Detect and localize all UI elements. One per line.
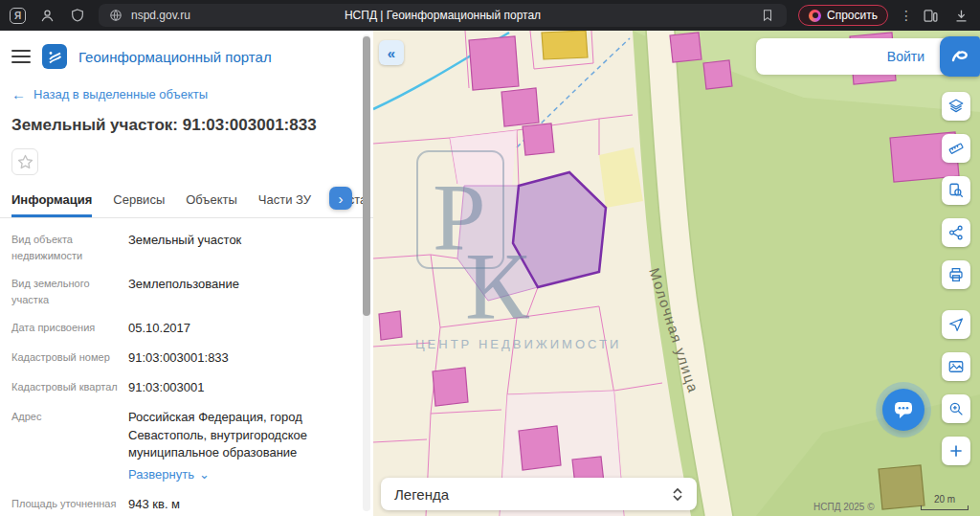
minimap-icon xyxy=(947,358,965,375)
field-label: Вид земельного участка xyxy=(11,276,128,308)
ruler-icon xyxy=(947,140,965,157)
field-label: Дата присвоения xyxy=(11,320,128,338)
site-info-icon[interactable] xyxy=(108,8,123,23)
attributes-list: Вид объекта недвижимости Земельный участ… xyxy=(0,218,373,514)
cadastral-map[interactable]: Молочная улица Р К ЦЕНТР НЕДВИЖИМОСТИ xyxy=(373,31,980,516)
zoom-box-button[interactable] xyxy=(942,394,970,423)
layers-icon xyxy=(947,98,965,115)
field-value: Землепользование xyxy=(128,276,239,308)
more-menu-icon[interactable]: ⋮ xyxy=(900,8,909,23)
olive-building xyxy=(879,465,924,509)
browser-toolbar: Я nspd.gov.ru НСПД | Геоинформационный п… xyxy=(0,0,980,31)
field-value: 91:03:003001 xyxy=(128,379,205,397)
field-label: Адрес xyxy=(11,409,128,484)
yandex-browser-icon[interactable]: Я xyxy=(10,8,26,24)
field-value: 05.10.2017 xyxy=(128,320,190,338)
field-row: Кадастровый квартал 91:03:003001 xyxy=(11,379,362,397)
tab-objects[interactable]: Объекты xyxy=(186,192,237,217)
back-arrow-icon: ← xyxy=(11,86,26,102)
field-label: Вид объекта недвижимости xyxy=(11,232,128,264)
field-value: 91:03:003001:833 xyxy=(128,349,229,368)
map-tools-group-1 xyxy=(942,92,970,289)
legend-label: Легенда xyxy=(394,486,449,503)
field-label: Кадастровый номер xyxy=(11,349,128,368)
tab-scroll-button[interactable]: › xyxy=(329,187,352,210)
field-row: Вид земельного участка Землепользование xyxy=(11,276,362,308)
portal-header: Геоинформационный портал xyxy=(0,31,373,77)
chevron-right-icon: › xyxy=(339,191,344,207)
tab-title: НСПД | Геоинформационный портал xyxy=(99,9,787,22)
ask-button-label: Спросить xyxy=(827,9,878,22)
field-value: Земельный участок xyxy=(128,232,241,264)
ask-neuro-button[interactable]: Спросить xyxy=(798,5,888,26)
tab-information[interactable]: Информация xyxy=(11,192,92,217)
security-shield-icon[interactable] xyxy=(68,6,87,25)
chevron-down-icon: ⌄ xyxy=(199,466,210,484)
favorite-button[interactable] xyxy=(11,148,38,175)
document-search-icon xyxy=(947,182,965,199)
profile-icon[interactable] xyxy=(37,6,56,25)
address-bar[interactable]: nspd.gov.ru НСПД | Геоинформационный пор… xyxy=(99,4,787,27)
back-link[interactable]: ← Назад в выделенные объекты xyxy=(0,77,373,102)
tabs-panel-icon[interactable] xyxy=(921,6,940,25)
share-icon xyxy=(947,224,965,241)
address-value: Российская Федерация, город Севастополь,… xyxy=(128,410,307,460)
legend-toggle[interactable] xyxy=(672,487,683,502)
back-link-label: Назад в выделенные объекты xyxy=(33,87,208,101)
assistant-swoosh-icon xyxy=(948,45,971,68)
downloads-icon[interactable] xyxy=(951,6,970,25)
yellow-building xyxy=(542,31,588,59)
tab-services[interactable]: Сервисы xyxy=(113,192,165,217)
watermark-caption: ЦЕНТР НЕДВИЖИМОСТИ xyxy=(415,337,621,351)
map-attribution: НСПД 2025 © xyxy=(813,502,875,512)
nspd-logo-icon[interactable] xyxy=(42,44,67,69)
scrollbar-thumb[interactable] xyxy=(363,36,370,316)
layers-button[interactable] xyxy=(942,92,970,121)
object-search-button[interactable] xyxy=(942,176,970,205)
map-area: Молочная улица Р К ЦЕНТР НЕДВИЖИМОСТИ « … xyxy=(373,31,980,516)
login-button[interactable]: Войти xyxy=(887,49,924,64)
scale-bar: 20 m xyxy=(921,494,969,510)
zoom-in-button[interactable] xyxy=(942,437,970,465)
scale-line xyxy=(921,505,969,510)
measure-button[interactable] xyxy=(942,134,970,163)
plus-icon xyxy=(947,442,965,460)
expand-address-link[interactable]: Развернуть ⌄ xyxy=(128,466,210,484)
field-value: Российская Федерация, город Севастополь,… xyxy=(128,409,362,484)
star-icon xyxy=(17,154,33,170)
collapse-panel-button[interactable]: « xyxy=(379,40,404,65)
print-button[interactable] xyxy=(942,260,970,289)
locate-button[interactable] xyxy=(942,310,970,339)
scale-label: 20 m xyxy=(921,494,969,505)
object-info-panel: Геоинформационный портал ← Назад в выдел… xyxy=(0,31,373,516)
menu-icon[interactable] xyxy=(11,50,31,63)
page-title: Земельный участок: 91:03:003001:833 xyxy=(0,102,373,135)
field-label: Кадастровый квартал xyxy=(11,379,128,397)
expand-link-label: Развернуть xyxy=(128,466,194,484)
assistant-button[interactable] xyxy=(940,36,980,77)
map-tools-group-2 xyxy=(942,310,970,423)
field-row: Кадастровый номер 91:03:003001:833 xyxy=(11,349,362,368)
field-row: Адрес Российская Федерация, город Севаст… xyxy=(11,409,362,484)
legend-bar[interactable]: Легенда xyxy=(381,478,697,510)
url-text[interactable]: nspd.gov.ru xyxy=(131,9,190,22)
tab-parcel-parts[interactable]: Части ЗУ xyxy=(258,192,311,217)
field-row: Площадь уточненная 943 кв. м xyxy=(11,496,362,514)
neuro-logo-icon xyxy=(809,10,821,22)
field-label: Площадь уточненная xyxy=(11,496,128,514)
watermark-letter-k: К xyxy=(465,233,530,339)
chat-button[interactable] xyxy=(882,389,924,431)
field-value: 943 кв. м xyxy=(128,496,180,514)
double-chevron-left-icon: « xyxy=(388,45,395,61)
field-row: Вид объекта недвижимости Земельный участ… xyxy=(11,232,362,264)
panel-scrollbar[interactable] xyxy=(363,34,370,511)
chat-bubble-icon xyxy=(892,398,915,421)
chevron-up-icon xyxy=(672,487,683,494)
tab-bar: Информация Сервисы Объекты Части ЗУ Сост… xyxy=(0,175,373,218)
field-row: Дата присвоения 05.10.2017 xyxy=(11,320,362,338)
minimap-button[interactable] xyxy=(942,352,970,381)
magnifier-plus-icon xyxy=(947,400,965,417)
share-button[interactable] xyxy=(942,218,970,247)
map-tools-group-3 xyxy=(942,437,970,465)
bookmark-flag-icon[interactable] xyxy=(758,6,777,25)
